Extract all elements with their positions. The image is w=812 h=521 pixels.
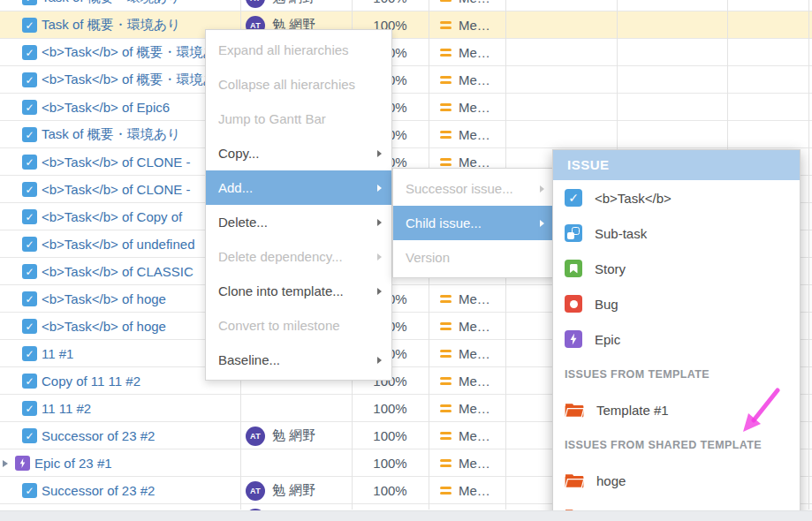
issue-type-panel: ISSUE ✓<b>Task</b>Sub-taskStoryBugEpicIS… bbox=[552, 149, 801, 521]
issue-link[interactable]: Task of 概要・環境あり bbox=[42, 0, 180, 6]
issue-link[interactable]: <b>Task</b> of undefined bbox=[42, 237, 194, 252]
priority-medium-icon bbox=[440, 459, 452, 467]
menu-item-delete-dependency[interactable]: Delete dependency... bbox=[206, 239, 391, 274]
lightning-glyph bbox=[569, 334, 578, 345]
priority-label: Me… bbox=[459, 374, 490, 389]
issue-type-item-bug[interactable]: Bug bbox=[553, 286, 800, 321]
issue-type-item-epic[interactable]: Epic bbox=[553, 321, 800, 357]
issue-type-item-hoge[interactable]: hoge bbox=[553, 463, 800, 498]
issue-link[interactable]: <b>Task</b> of CLONE - bbox=[42, 155, 190, 170]
priority-medium-icon bbox=[440, 103, 452, 111]
story-type-icon bbox=[565, 260, 582, 277]
menu-item-jump-to-gantt-bar[interactable]: Jump to Gantt Bar bbox=[206, 102, 391, 136]
issue-link[interactable]: Task of 概要・環境あり bbox=[42, 126, 180, 143]
menu-item-copy[interactable]: Copy... bbox=[206, 136, 391, 170]
issue-link[interactable]: Epic of 23 #1 bbox=[34, 456, 112, 471]
progress-value: 100% bbox=[352, 0, 429, 11]
priority-cell: Me… bbox=[440, 340, 490, 367]
menu-item-convert-to-milestone[interactable]: Convert to milestone bbox=[206, 308, 391, 343]
bookmark-glyph bbox=[570, 264, 578, 274]
priority-cell: Me… bbox=[440, 94, 490, 121]
task-name-cell: ✓<b>Task</b> of hoge bbox=[0, 313, 239, 340]
task-row[interactable]: ✓<b>Task</b> of 概要・環境あり100%Me… bbox=[0, 66, 812, 94]
issue-type-label: <b>Task</b> bbox=[595, 191, 672, 206]
issue-link[interactable]: Successor of 23 #2 bbox=[42, 483, 155, 498]
progress-value: 100% bbox=[352, 422, 429, 449]
assignee-avatar-icon: AT bbox=[246, 427, 265, 446]
horizontal-scrollbar[interactable] bbox=[0, 510, 812, 521]
issue-link[interactable]: 11 #1 bbox=[42, 346, 73, 361]
menu-item-clone-into-template[interactable]: Clone into template... bbox=[206, 274, 391, 308]
menu-item-delete[interactable]: Delete... bbox=[206, 205, 391, 239]
task-type-icon: ✓ bbox=[22, 401, 37, 416]
checkmark-glyph: ✓ bbox=[25, 375, 34, 386]
task-name-cell: ✓Copy of 11 11 #2 bbox=[0, 367, 239, 395]
task-row[interactable]: ✓<b>Task</b> of 概要・環境あり100%Me… bbox=[0, 39, 812, 66]
issue-link[interactable]: Successor of 23 #2 bbox=[42, 428, 155, 443]
task-name-cell: ✓Task of 概要・環境あり bbox=[0, 11, 239, 39]
issue-link[interactable]: Copy of 11 11 #2 bbox=[42, 374, 140, 389]
checkmark-glyph: ✓ bbox=[25, 102, 34, 112]
menu-item-label: Child issue... bbox=[406, 215, 482, 230]
checkmark-glyph: ✓ bbox=[568, 192, 579, 204]
task-row[interactable]: ✓Task of 概要・環境ありAT勉 網野100%Me… bbox=[0, 0, 812, 11]
issue-type-item-story[interactable]: Story bbox=[553, 251, 800, 286]
task-row[interactable]: ✓<b>Task</b> of Epic6100%Me… bbox=[0, 94, 812, 121]
submenu-chevron-icon bbox=[377, 288, 382, 295]
issue-link[interactable]: <b>Task</b> of 概要・環境あり bbox=[42, 44, 230, 61]
task-name-cell: ✓<b>Task</b> of CLASSIC bbox=[0, 258, 239, 285]
issue-link[interactable]: 11 11 #2 bbox=[42, 401, 91, 416]
issue-link[interactable]: <b>Task</b> of hoge bbox=[42, 319, 166, 334]
task-type-icon: ✓ bbox=[22, 264, 37, 279]
checkmark-glyph: ✓ bbox=[25, 266, 34, 276]
priority-medium-icon bbox=[440, 131, 452, 139]
issue-link[interactable]: <b>Task</b> of Epic6 bbox=[42, 100, 170, 115]
menu-item-label: Delete dependency... bbox=[218, 249, 343, 264]
issue-type-item-b-task-b[interactable]: ✓<b>Task</b> bbox=[553, 180, 800, 215]
submenu-chevron-icon bbox=[377, 150, 382, 157]
menu-item-baseline[interactable]: Baseline... bbox=[206, 343, 391, 377]
menu-item-label: Expand all hierarchies bbox=[218, 42, 349, 57]
task-type-icon: ✓ bbox=[22, 100, 37, 115]
issue-link[interactable]: <b>Task</b> of hoge bbox=[42, 291, 166, 306]
task-type-icon: ✓ bbox=[22, 319, 37, 334]
column-border bbox=[808, 0, 809, 510]
issue-link[interactable]: <b>Task</b> of Copy of bbox=[42, 209, 182, 224]
checkmark-glyph: ✓ bbox=[25, 129, 34, 140]
task-name-cell: ✓Task of 概要・環境あり bbox=[0, 0, 239, 11]
add-submenu: Successor issue...Child issue...Version bbox=[392, 168, 555, 278]
task-row[interactable]: ✓Task of 概要・環境ありAT勉 網野100%Me… bbox=[0, 11, 812, 39]
issue-type-label: Sub-task bbox=[595, 226, 647, 241]
task-name-cell: ✓Successor of 23 #2 bbox=[0, 422, 239, 449]
issue-link[interactable]: <b>Task</b> of CLASSIC bbox=[42, 264, 194, 279]
menu-item-collapse-all-hierarchies[interactable]: Collapse all hierarchies bbox=[206, 67, 391, 102]
issue-panel-header: ISSUE bbox=[553, 150, 800, 180]
issue-type-item-sub-task[interactable]: Sub-task bbox=[553, 215, 800, 251]
priority-label: Me… bbox=[459, 18, 490, 33]
priority-cell: Me… bbox=[440, 367, 490, 395]
assignee-name: 勉 網野 bbox=[272, 0, 315, 6]
progress-value: 100% bbox=[352, 477, 429, 504]
menu-item-add[interactable]: Add... bbox=[206, 170, 391, 205]
issue-link[interactable]: <b>Task</b> of CLONE - bbox=[42, 182, 190, 197]
task-name-cell: ✓<b>Task</b> of CLONE - bbox=[0, 148, 239, 176]
priority-label: Me… bbox=[459, 0, 490, 5]
menu-item-version[interactable]: Version bbox=[393, 240, 554, 275]
menu-item-label: Baseline... bbox=[218, 352, 280, 367]
menu-item-successor-issue[interactable]: Successor issue... bbox=[393, 171, 554, 206]
menu-item-child-issue[interactable]: Child issue... bbox=[393, 206, 554, 240]
expand-chevron-icon[interactable] bbox=[3, 460, 8, 467]
priority-medium-icon bbox=[440, 322, 452, 330]
issue-link[interactable]: <b>Task</b> of 概要・環境あり bbox=[42, 72, 230, 88]
priority-medium-icon bbox=[440, 487, 452, 495]
issue-type-label: Template #1 bbox=[596, 403, 669, 418]
task-name-cell: ✓<b>Task</b> of 概要・環境あり bbox=[0, 39, 239, 66]
priority-cell: Me… bbox=[440, 285, 490, 313]
checkmark-glyph: ✓ bbox=[25, 321, 34, 331]
priority-cell: Me… bbox=[440, 11, 490, 39]
issue-link[interactable]: Task of 概要・環境あり bbox=[42, 17, 180, 34]
menu-item-expand-all-hierarchies[interactable]: Expand all hierarchies bbox=[206, 33, 391, 67]
task-row[interactable]: ✓Task of 概要・環境あり100%Me… bbox=[0, 121, 812, 148]
assignee-name: 勉 網野 bbox=[272, 482, 315, 499]
menu-item-label: Add... bbox=[218, 180, 253, 195]
